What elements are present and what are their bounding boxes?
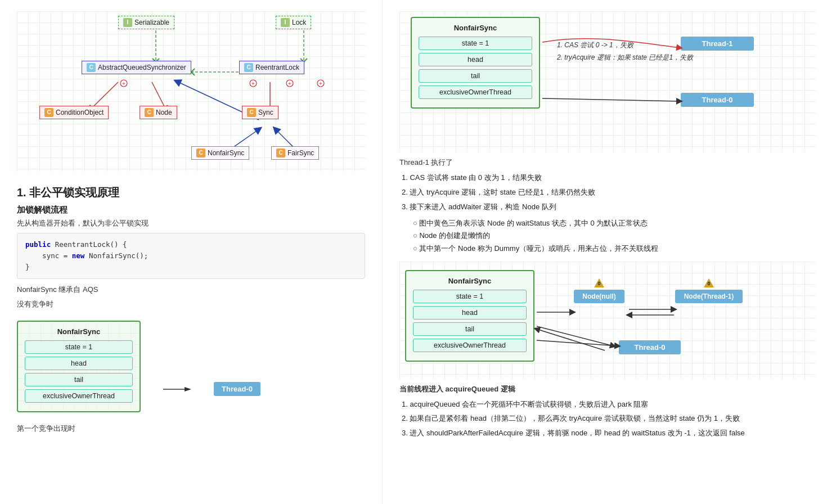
thread0-box-left: Thread-0 bbox=[214, 382, 260, 396]
svg-point-11 bbox=[250, 80, 257, 87]
annotation-right-top: 1. CAS 尝试 0 -> 1，失败 2. tryAcquire 逻辑：如果 … bbox=[557, 39, 693, 64]
sub-bullet-3: 其中第一个 Node 称为 Dummy（哑元）或哨兵，用来占位，并不关联线程 bbox=[411, 242, 819, 255]
sync-field-head-left: head bbox=[25, 357, 133, 370]
uml-lock: I Lock bbox=[276, 16, 311, 29]
node-null-box: Node(null) bbox=[574, 290, 624, 303]
bottom-label: 第一个竞争出现时 bbox=[17, 424, 365, 434]
step3-item: 接下来进入 addWaiter 逻辑，构造 Node 队列 bbox=[399, 201, 819, 213]
section1-sub: 加锁解锁流程 bbox=[17, 205, 365, 215]
uml-node: C Node bbox=[140, 106, 177, 119]
svg-point-15 bbox=[286, 80, 293, 87]
step2-1-item: acquireQueued 会在一个死循环中不断尝试获得锁，失败后进入 park… bbox=[399, 399, 819, 411]
code-block: public ReentrantLock() { sync = new Nonf… bbox=[17, 233, 365, 279]
uml-nonfairsync: C NonfairSync bbox=[191, 146, 249, 160]
nonfairsync-label: NonfairSync 继承自 AQS bbox=[17, 285, 365, 295]
section1-desc: 先从构造器开始看，默认为非公平锁实现 bbox=[17, 218, 365, 228]
sub-bullet-1: 图中黄色三角表示该 Node 的 waitStatus 状态，其中 0 为默认正… bbox=[411, 217, 819, 230]
sub-bullet-2: Node 的创建是懒惰的 bbox=[411, 230, 819, 242]
sync-field-tail-rt: tail bbox=[419, 69, 532, 83]
uml-diagram: + + + + I Serializable I Lock C Abstract… bbox=[17, 11, 366, 172]
steps-list-2: acquireQueued 会在一个死循环中不断尝试获得锁，失败后进入 park… bbox=[399, 399, 819, 439]
svg-line-31 bbox=[537, 329, 605, 350]
sub-bullets-list: 图中黄色三角表示该 Node 的 waitStatus 状态，其中 0 为默认正… bbox=[411, 217, 819, 254]
node-thread1-container: 0 Node(Thread-1) bbox=[675, 278, 743, 303]
svg-point-13 bbox=[120, 80, 127, 87]
sync-field-tail-left: tail bbox=[25, 373, 133, 386]
left-panel: + + + + I Serializable I Lock C Abstract… bbox=[0, 0, 383, 504]
thread0-box-top: Thread-0 bbox=[681, 93, 754, 107]
right-sync-diagram-top: NonfairSync state = 1 head tail exclusiv… bbox=[411, 17, 540, 109]
right-top-diagram-area: NonfairSync state = 1 head tail exclusiv… bbox=[399, 11, 816, 152]
left-sync-diagram: NonfairSync state = 1 head tail exclusiv… bbox=[17, 321, 141, 412]
node-null-container: 0 Node(null) bbox=[574, 278, 624, 303]
uml-sync: C Sync bbox=[242, 106, 278, 119]
sync-field-head-rt: head bbox=[419, 53, 532, 66]
sync-field-head-rm: head bbox=[413, 306, 527, 320]
svg-marker-20 bbox=[185, 387, 191, 392]
uml-fairsync: C FairSync bbox=[271, 146, 319, 160]
current-logic-label: 当前线程进入 acquireQueued 逻辑 bbox=[399, 384, 819, 394]
step2-2-item: 如果自己是紧邻着 head（排第二位），那么再次 tryAcquire 尝试获取… bbox=[399, 413, 819, 425]
right-mid-diagram-area: NonfairSync state = 1 head tail exclusiv… bbox=[399, 262, 816, 380]
section1-title: 1. 非公平锁实现原理 bbox=[17, 185, 365, 200]
svg-text:+: + bbox=[251, 80, 255, 87]
svg-line-23 bbox=[542, 98, 680, 101]
svg-text:+: + bbox=[319, 80, 322, 87]
sync-field-state-rt: state = 1 bbox=[419, 37, 532, 50]
sync-field-state-left: state = 1 bbox=[25, 340, 133, 354]
sync-field-eot-left: exclusiveOwnerThread bbox=[25, 389, 133, 403]
warn-badge-null: 0 bbox=[594, 278, 604, 287]
step2-item: 进入 tryAcquire 逻辑，这时 state 已经是1，结果仍然失败 bbox=[399, 187, 819, 199]
step2-3-item: 进入 shouldParkAfterFailedAcquire 逻辑，将前驱 n… bbox=[399, 428, 819, 439]
svg-line-27 bbox=[537, 326, 613, 346]
right-sync-diagram-mid: NonfairSync state = 1 head tail exclusiv… bbox=[405, 270, 534, 362]
thread1-box-top: Thread-1 bbox=[681, 37, 754, 51]
sync-title-left: NonfairSync bbox=[25, 327, 133, 336]
sync-title-right-mid: NonfairSync bbox=[413, 277, 527, 285]
nocompete-label: 没有竞争时 bbox=[17, 299, 365, 309]
uml-reentrantlock: C ReentrantLock bbox=[239, 61, 304, 74]
step1-item: CAS 尝试将 state 由 0 改为 1，结果失败 bbox=[399, 172, 819, 184]
svg-point-17 bbox=[317, 80, 324, 87]
svg-text:+: + bbox=[288, 80, 291, 87]
left-sync-diagram-container: NonfairSync state = 1 head tail exclusiv… bbox=[17, 315, 365, 418]
sync-field-tail-rm: tail bbox=[413, 322, 527, 336]
thread0-box-mid: Thread-0 bbox=[619, 340, 681, 354]
node-thread1-box: Node(Thread-1) bbox=[675, 290, 743, 303]
steps-list-1: CAS 尝试将 state 由 0 改为 1，结果失败 进入 tryAcquir… bbox=[399, 172, 819, 213]
thread1-exec-label: Thread-1 执行了 bbox=[399, 158, 819, 168]
uml-serializable: I Serializable bbox=[118, 16, 174, 29]
sync-field-state-rm: state = 1 bbox=[413, 290, 527, 303]
svg-text:+: + bbox=[122, 80, 125, 87]
warn-badge-thread1: 0 bbox=[704, 278, 714, 287]
sync-title-right-top: NonfairSync bbox=[419, 24, 532, 32]
sync-field-eot-rt: exclusiveOwnerThread bbox=[419, 86, 532, 99]
svg-line-30 bbox=[537, 340, 618, 346]
uml-conditionobject: C ConditionObject bbox=[39, 106, 109, 119]
right-panel: NonfairSync state = 1 head tail exclusiv… bbox=[383, 0, 836, 504]
sync-field-eot-rm: exclusiveOwnerThread bbox=[413, 339, 527, 352]
arrow-to-thread0-left bbox=[163, 386, 191, 393]
uml-aqs: C AbstractQueuedSynchronizer bbox=[82, 61, 191, 74]
